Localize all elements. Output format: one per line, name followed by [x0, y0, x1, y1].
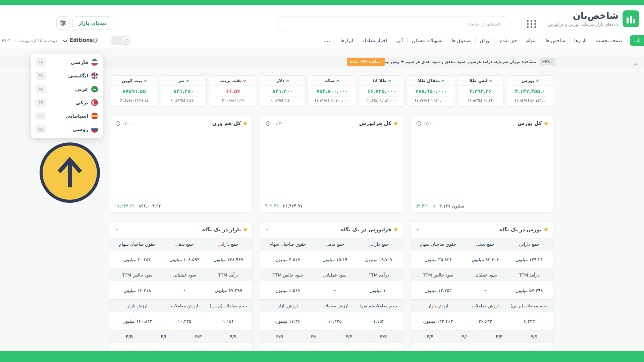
ticker-gold-ounce[interactable]: انس طلا ۳,۳۹۲.۲۶ (۱.۹۴%) ۶۴.۷۲ — [458, 75, 504, 107]
chart-time: ۰۱:۴۰ — [273, 121, 283, 126]
market-watch-button[interactable]: دیدبان بازار — [72, 16, 112, 30]
table-value-row: ۱,۱۵۴۱۰,۲۳۵۱۴۰.۸۲۳ میلیون — [110, 312, 252, 330]
nav-item-housing-facilities[interactable]: تسهیلات مسکن — [407, 37, 447, 44]
nav-item-options[interactable]: اختیار معامله — [358, 37, 392, 44]
table-value-row: ۶۷.۲۹۹ میلیون-۱۴.۳۱۸ میلیون — [110, 281, 252, 299]
table-label-row: P/SP/EP/LP/B — [110, 330, 252, 343]
chart-footer-value-green: ۴۰۳.۴۳ — [265, 203, 279, 208]
menu-item-spanish[interactable]: اسپانیایی ES — [31, 109, 103, 123]
nav-item-bonds[interactable]: اوراق — [475, 37, 495, 44]
copy-icon[interactable] — [93, 37, 99, 45]
table-value-row: ۱۲۹.۲۴ میلیون۹۳.۴۰۴ میلیون۳۵.۸۳۶ میلیون — [411, 250, 553, 268]
lang-code-badge: FA — [36, 58, 46, 66]
ticker-value: ۷۵۴,۸۰۰,۰۰۰ — [309, 88, 355, 94]
symbol-finder-button[interactable]: یاب — [630, 35, 644, 46]
nav-item-funds[interactable]: صندوق ها — [447, 37, 475, 44]
view-eps-symbols-button[interactable]: مشاهده EPS نمادها — [347, 58, 385, 66]
apps-grid-icon[interactable] — [526, 20, 536, 28]
theme-toggle[interactable] — [111, 36, 130, 45]
table-label-row: P/SP/EP/LP/B — [411, 330, 553, 343]
table-value-row: ۱۹.۷۰۷ میلیون۱۵.۱۹ میلیون۴.۵۱۷ میلیون — [260, 250, 402, 268]
bottom-green-bar — [0, 351, 644, 362]
chart-plot-area[interactable] — [411, 131, 553, 199]
nav-item-home[interactable]: صفحه نخست — [591, 37, 627, 44]
filter-button[interactable] — [56, 16, 70, 30]
ticker-change: (۱.۷۱%) ۱۲,۷۰۰,۰۰۰ — [309, 98, 355, 103]
ticker-dollar[interactable]: دلار ۸۳۱,۲۰۰ (۰.۴%) ۳,۳۰۰ — [260, 75, 306, 107]
ticker-tether[interactable]: تتر ۸۳۱,۴۸۰ (۰.۴۲%) ۳,۴۴۰ — [161, 75, 207, 107]
highlight-pointer-overlay — [40, 142, 100, 203]
ticker-bitcoin[interactable]: بیت کوین ۸۷۵۹۱.۵۵ (۲.۸۵%) ۲۴۲۹.۱۵ — [111, 75, 157, 107]
lang-code-badge: ES — [36, 112, 46, 120]
table-label-row: حجم معاملات(م.س)ارزش معاملاتارزش بازار — [110, 299, 252, 312]
up-chevron-icon — [144, 79, 147, 83]
lang-code-badge: EN — [36, 72, 46, 80]
nav-item-indices[interactable]: شاخص ها — [541, 37, 570, 44]
spain-flag-icon — [91, 113, 98, 119]
glance-table-market: بازار در یک نگاه ▼ جمع داراییجمع بدهیحقو… — [110, 221, 253, 361]
table-label-row: حجم معاملات(م.س)ارزش معاملاتارزش بازار — [411, 299, 553, 312]
table-value-row: ۱۴۸.۹۴۷ میلیون۱۰۸.۵۹۴ میلیون۴۰.۳۵۳ میلیو… — [110, 250, 252, 268]
ticker-change: (۲.۸۵%) ۲۴۲۹.۱۵ — [111, 98, 157, 103]
nav-item-tools[interactable]: ابزارها — [336, 37, 358, 44]
up-chevron-icon — [441, 79, 445, 83]
brand-logo[interactable]: شاخص‌بان داده‌های بازار سرمایه، بورس و ف… — [548, 10, 639, 27]
clock-icon — [266, 121, 271, 126]
status-dot — [244, 122, 247, 125]
ticker-change: (۰.۴۲%) ۳,۴۴۰ — [161, 98, 207, 103]
lang-code-badge: TR — [36, 99, 46, 107]
nav-item-more[interactable]: ... — [320, 37, 336, 44]
ticker-coin[interactable]: سکه ۷۵۴,۸۰۰,۰۰۰ (۱.۷۱%) ۱۲,۷۰۰,۰۰۰ — [309, 75, 355, 107]
chart-footer-value-green: ۱۷,۳۴۴.۶۹ — [115, 203, 135, 208]
table-label-row: درآمد TTMسود عملیاتیسود خالص TTM — [110, 268, 252, 281]
nav-item-stocks[interactable]: سهام — [522, 37, 541, 44]
nav-items: صفحه نخست بازارها شاخص ها سهام حق تقدم ا… — [320, 32, 627, 49]
table-label-row: جمع داراییجمع بدهیحقوق صاحبان سهام — [260, 238, 402, 250]
nav-item-futures[interactable]: آتی — [392, 37, 407, 44]
nav-item-rights[interactable]: حق تقدم — [495, 37, 522, 44]
ticker-gold-mesghal[interactable]: مثقال طلا ۲۸۸,۹۵۰,۰۰۰ (۱.۷۴%) ۴,۹۳۰,۰۰۰ — [408, 75, 454, 107]
ticker-change: (۱.۷۴%) ۴,۹۳۰,۰۰۰ — [408, 98, 454, 103]
ticker-bourse[interactable]: بورس ۳,۱۳۷,۳۵۵.۰ (۱.۹۳%) ۵۹,۴۳۱.۱ — [507, 75, 553, 107]
eps-description: مشاهده میزان سرمایه، درآمد هرسهم، سود مح… — [361, 59, 536, 64]
russia-flag-icon — [91, 126, 98, 133]
menu-item-russian[interactable]: روسی RU — [31, 123, 103, 136]
chart-card-total-bourse: کل بورس ۰۲:۰۰ ۵۹,۴۳۱.۰۸ ۳.۱۳۷ میلیون — [411, 116, 553, 213]
clock-icon — [115, 121, 120, 126]
up-chevron-icon — [388, 79, 391, 83]
ticker-change: (۱.۸%) ۱,۱۸۲,۰۰۰ — [359, 98, 405, 103]
menu-item-turkish[interactable]: ترکی TR — [31, 96, 103, 109]
ticker-value: ۳,۳۹۲.۲۶ — [458, 88, 503, 94]
table-label-row: جمع داراییجمع بدهیحقوق صاحبان سهام — [411, 238, 553, 250]
ticker-brent-oil[interactable]: نفت برنت ۶۶.۵۷ (۲.۰۹%) ۱.۳۹ — [210, 75, 256, 107]
collapse-chevron-icon[interactable]: ▼ — [266, 228, 268, 232]
lang-code-badge: AR — [36, 85, 46, 93]
ticker-value: ۸۳۱,۴۸۰ — [161, 88, 207, 94]
uk-flag-icon — [91, 72, 98, 79]
down-chevron-icon — [243, 78, 247, 82]
menu-item-arabic[interactable]: عربی AR — [31, 82, 103, 96]
chart-card-total-farabourse: کل فرابورس ۰۱:۴۰ ۴۰۳.۴۳ ۲۶,۴۲۴.۹۷ — [260, 116, 403, 213]
editions-dropdown-trigger[interactable]: Editions — [70, 37, 93, 43]
menu-item-english[interactable]: انگلیسی EN — [31, 69, 103, 82]
menu-item-farsi[interactable]: فارسی FA — [31, 56, 103, 69]
ticker-row: بورس ۳,۱۳۷,۳۵۵.۰ (۱.۹۳%) ۵۹,۴۳۱.۱ انس طل… — [111, 75, 553, 107]
up-chevron-icon — [336, 79, 339, 83]
clipped-text-fragment: ن — [634, 61, 637, 66]
chart-time: ۰۲:۰۰ — [122, 121, 133, 126]
ticker-change: (۱.۹۴%) ۶۴.۷۲ — [458, 98, 503, 103]
chart-plot-area[interactable] — [260, 131, 402, 199]
search-input[interactable] — [277, 16, 509, 31]
ticker-value: ۶۶.۵۷ — [210, 88, 256, 94]
chart-footer-value-dark: ۸۹۶,۰۰۴.۹۲ — [139, 203, 161, 208]
turkey-flag-icon — [91, 99, 98, 106]
chart-plot-area[interactable] — [110, 131, 252, 199]
nav-item-markets[interactable]: بازارها — [570, 37, 591, 44]
collapse-chevron-icon[interactable]: ▼ — [416, 228, 419, 232]
glance-table-row: بورس در یک نگاه ▼ جمع داراییجمع بدهیحقوق… — [110, 221, 553, 361]
table-value-row: ۵۷.۲۹۹ میلیون-۱۲.۷۵۲ میلیون — [411, 281, 553, 299]
collapse-chevron-icon[interactable]: ▼ — [115, 228, 118, 232]
ticker-gold-18k[interactable]: طلا ۱۸ ۶۶,۷۲۵,۰۰۰ (۱.۸%) ۱,۱۸۲,۰۰۰ — [359, 75, 405, 107]
chart-time: ۰۲:۰۰ — [423, 121, 434, 126]
glance-table-farabourse: فرابورس در یک نگاه ▼ جمع داراییجمع بدهیح… — [260, 221, 403, 361]
